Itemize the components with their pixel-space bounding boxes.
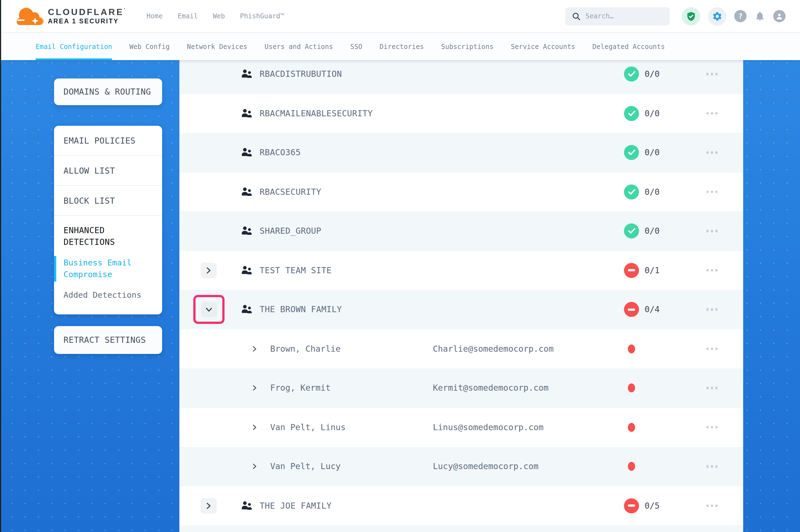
- top-header: CLOUDFLARE’ AREA 1 SECURITY HomeEmailWeb…: [0, 0, 800, 33]
- member-count: 0/0: [644, 109, 660, 118]
- row-actions-menu[interactable]: [702, 465, 722, 468]
- member-email: Linus@somedemocorp.com: [433, 422, 543, 432]
- row-actions-menu[interactable]: [702, 426, 722, 429]
- group-name: SHARED_GROUP: [260, 226, 322, 236]
- member-name: Van Pelt, Lucy: [270, 462, 341, 472]
- member-email: Lucy@somedemocorp.com: [433, 462, 539, 472]
- row-actions-menu[interactable]: [702, 308, 722, 311]
- row-actions-menu[interactable]: [702, 387, 722, 389]
- account-avatar-icon[interactable]: [773, 10, 785, 22]
- sidebar-item-email-policies[interactable]: EMAIL POLICIES: [54, 126, 162, 156]
- group-name: RBACSECURITY: [260, 187, 322, 197]
- tab-subscriptions[interactable]: Subscriptions: [441, 33, 494, 60]
- nav-item-email[interactable]: Email: [178, 12, 198, 20]
- row-actions-menu[interactable]: [702, 73, 722, 75]
- sidebar-item-business-email-compromise[interactable]: Business Email Compromise: [63, 257, 153, 281]
- tab-web-config[interactable]: Web Config: [129, 33, 170, 60]
- main-area: DOMAINS & ROUTING EMAIL POLICIES ALLOW L…: [0, 60, 800, 532]
- member-count: 0/0: [644, 187, 660, 197]
- group-row: RBACSECURITY0/0: [179, 172, 743, 211]
- member-count: 0/0: [644, 148, 660, 158]
- row-actions-menu[interactable]: [702, 505, 722, 507]
- expand-member-chevron-icon[interactable]: [252, 346, 257, 352]
- sidebar-item-added-detections[interactable]: Added Detections: [63, 289, 153, 301]
- nav-item-web[interactable]: Web: [213, 12, 225, 20]
- tab-service-accounts[interactable]: Service Accounts: [511, 33, 575, 60]
- header-right-cluster: ?: [565, 7, 800, 25]
- member-count: 0/1: [644, 265, 660, 276]
- sidebar-item-block-list[interactable]: BLOCK LIST: [54, 186, 162, 216]
- group-name: THE BROWN FAMILY: [260, 305, 342, 315]
- logo-text: CLOUDFLARE’ AREA 1 SECURITY: [48, 7, 126, 25]
- sidebar-label: EMAIL POLICIES: [54, 135, 135, 146]
- group-people-icon: [241, 227, 252, 236]
- sidebar-policies-card: EMAIL POLICIES ALLOW LIST BLOCK LIST ENH…: [54, 126, 162, 315]
- tab-sso[interactable]: SSO: [350, 33, 362, 60]
- tab-email-configuration[interactable]: Email Configuration: [36, 33, 112, 60]
- help-icon[interactable]: ?: [734, 10, 746, 22]
- sidebar-label: ALLOW LIST: [54, 166, 115, 175]
- member-status-dot: [628, 462, 635, 471]
- expand-member-chevron-icon[interactable]: [252, 463, 257, 470]
- config-tabbar: Email ConfigurationWeb ConfigNetwork Dev…: [0, 33, 800, 60]
- status-badge-ok: [624, 145, 639, 160]
- member-name: Brown, Charlie: [270, 344, 341, 354]
- member-name: Frog, Kermit: [270, 383, 331, 393]
- sidebar-label: DOMAINS & ROUTING: [54, 87, 151, 97]
- window-edge: [0, 0, 1, 532]
- tab-network-devices[interactable]: Network Devices: [187, 33, 247, 60]
- expand-group-button[interactable]: [201, 498, 217, 514]
- group-people-icon: [241, 70, 252, 79]
- sidebar-label: BLOCK LIST: [54, 196, 115, 206]
- sidebar-item-allow-list[interactable]: ALLOW LIST: [54, 156, 162, 186]
- status-badge-blocked: [624, 263, 639, 278]
- protection-status-icon[interactable]: [682, 7, 700, 25]
- member-count: 0/5: [644, 501, 660, 511]
- status-badge-blocked: [624, 302, 639, 317]
- settings-gear-icon[interactable]: [708, 7, 726, 25]
- group-people-icon: [241, 501, 252, 511]
- group-row: RBACDISTRUBUTION0/0: [179, 60, 743, 94]
- row-actions-menu[interactable]: [702, 112, 722, 115]
- collapse-group-button[interactable]: [201, 302, 217, 318]
- status-badge-ok: [624, 185, 639, 200]
- cloudflare-logo[interactable]: CLOUDFLARE’ AREA 1 SECURITY: [15, 5, 126, 27]
- member-count: 0/4: [644, 305, 660, 315]
- area1-security-app: CLOUDFLARE’ AREA 1 SECURITY HomeEmailWeb…: [0, 0, 800, 532]
- enhanced-detections-section: ENHANCED DETECTIONS Business Email Compr…: [54, 216, 162, 315]
- search-box[interactable]: [565, 7, 670, 25]
- row-actions-menu[interactable]: [702, 230, 722, 232]
- expand-member-chevron-icon[interactable]: [252, 424, 257, 431]
- sidebar-item-domains-routing[interactable]: DOMAINS & ROUTING: [54, 78, 162, 105]
- group-row: RBACO3650/0: [179, 133, 743, 172]
- row-actions-menu[interactable]: [702, 151, 722, 154]
- spacer-row: [179, 525, 743, 532]
- search-input[interactable]: [585, 12, 658, 20]
- member-row: Brown, CharlieCharlie@somedemocorp.com: [179, 329, 743, 368]
- member-name: Van Pelt, Linus: [270, 422, 346, 432]
- member-email: Charlie@somedemocorp.com: [433, 344, 554, 354]
- group-people-icon: [241, 266, 252, 275]
- sidebar-label: RETRACT SETTINGS: [54, 335, 146, 345]
- group-people-icon: [241, 305, 252, 315]
- primary-nav: HomeEmailWebPhishGuard™: [146, 12, 284, 20]
- sidebar-item-retract-settings[interactable]: RETRACT SETTINGS: [54, 326, 162, 354]
- row-actions-menu[interactable]: [702, 269, 722, 271]
- group-name: RBACMAILENABLESECURITY: [260, 109, 373, 118]
- nav-item-home[interactable]: Home: [146, 12, 163, 20]
- tab-users-and-actions[interactable]: Users and Actions: [265, 33, 333, 60]
- row-actions-menu[interactable]: [702, 191, 722, 193]
- group-row: SHARED_GROUP0/0: [179, 211, 743, 251]
- tab-delegated-accounts[interactable]: Delegated Accounts: [593, 33, 665, 60]
- group-row: TEST TEAM SITE0/1: [179, 251, 743, 290]
- expand-group-button[interactable]: [201, 263, 217, 278]
- notifications-bell-icon[interactable]: [754, 11, 765, 22]
- group-row: RBACMAILENABLESECURITY0/0: [179, 94, 743, 133]
- group-people-icon: [241, 148, 252, 157]
- cloudflare-cloud-icon: [15, 5, 44, 27]
- nav-item-phishguard-[interactable]: PhishGuard™: [240, 12, 285, 20]
- expand-member-chevron-icon[interactable]: [252, 385, 257, 392]
- member-row: Van Pelt, LucyLucy@somedemocorp.com: [179, 447, 743, 486]
- tab-directories[interactable]: Directories: [380, 33, 424, 60]
- row-actions-menu[interactable]: [702, 347, 722, 350]
